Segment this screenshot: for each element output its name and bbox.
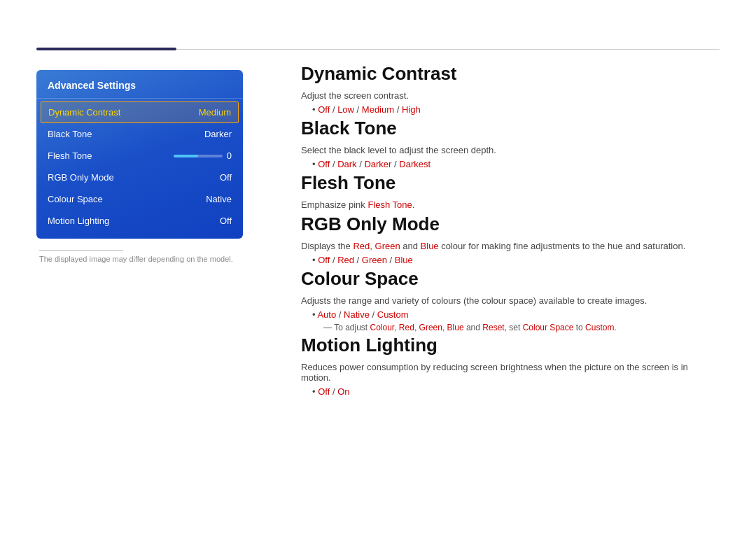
section-title-flesh-tone: Flesh Tone [301, 172, 720, 194]
section-title-rgb-only-mode: RGB Only Mode [301, 213, 720, 235]
panel-title: Advanced Settings [36, 80, 243, 99]
section-desc-black-tone: Select the black level to adjust the scr… [301, 145, 720, 155]
flesh-tone-highlight: Flesh Tone [368, 199, 412, 210]
colour-space-value: Native [206, 194, 232, 204]
option-off-dc: Off [318, 104, 330, 115]
option-off-ml: Off [318, 386, 330, 397]
bullet-dynamic-contrast: Off / Low / Medium / High [312, 104, 720, 115]
note-divider [39, 250, 123, 251]
motion-lighting-label: Motion Lighting [48, 216, 109, 226]
slider-fill [174, 155, 198, 157]
menu-item-flesh-tone[interactable]: Flesh Tone 0 [36, 145, 243, 167]
section-title-colour-space: Colour Space [301, 268, 720, 290]
section-motion-lighting: Motion Lighting Reduces power consumptio… [301, 335, 720, 397]
dynamic-contrast-label: Dynamic Contrast [48, 107, 120, 118]
section-black-tone: Black Tone Select the black level to adj… [301, 118, 720, 169]
bullet-black-tone: Off / Dark / Darker / Darkest [312, 159, 720, 169]
option-blue-rgb: Blue [395, 255, 413, 265]
section-rgb-only-mode: RGB Only Mode Displays the Red, Green an… [301, 213, 720, 265]
section-title-dynamic-contrast: Dynamic Contrast [301, 63, 720, 85]
left-panel: Advanced Settings Dynamic Contrast Mediu… [36, 70, 243, 263]
option-custom-cs: Custom [377, 309, 409, 320]
option-low-dc: Low [337, 104, 354, 115]
note-section: The displayed image may differ depending… [36, 250, 243, 263]
top-bar [36, 48, 720, 50]
section-desc-rgb-only-mode: Displays the Red, Green and Blue colour … [301, 241, 720, 251]
menu-item-dynamic-contrast[interactable]: Dynamic Contrast Medium [41, 101, 239, 123]
option-dark-bt: Dark [337, 159, 356, 169]
black-tone-label: Black Tone [48, 129, 92, 139]
section-flesh-tone: Flesh Tone Emphasize pink Flesh Tone. [301, 172, 720, 210]
dynamic-contrast-value: Medium [199, 107, 231, 118]
menu-item-colour-space[interactable]: Colour Space Native [36, 188, 243, 210]
top-bar-line [176, 49, 720, 50]
colour-space-label: Colour Space [48, 194, 103, 204]
bullet-colour-space: Auto / Native / Custom [312, 309, 720, 320]
option-off-rgb: Off [318, 255, 330, 265]
option-auto-cs: Auto [317, 309, 336, 320]
menu-item-motion-lighting[interactable]: Motion Lighting Off [36, 210, 243, 232]
section-desc-dynamic-contrast: Adjust the screen contrast. [301, 90, 720, 101]
flesh-tone-label: Flesh Tone [48, 150, 92, 161]
menu-item-rgb-only-mode[interactable]: RGB Only Mode Off [36, 167, 243, 188]
menu-item-black-tone[interactable]: Black Tone Darker [36, 123, 243, 145]
flesh-tone-value: 0 [227, 150, 232, 161]
rgb-only-mode-value: Off [220, 172, 232, 183]
right-content: Dynamic Contrast Adjust the screen contr… [301, 63, 720, 400]
settings-box: Advanced Settings Dynamic Contrast Mediu… [36, 70, 243, 239]
option-high-dc: High [402, 104, 421, 115]
option-on-ml: On [337, 386, 349, 397]
black-tone-value: Darker [204, 129, 232, 139]
section-title-black-tone: Black Tone [301, 118, 720, 139]
option-darker-bt: Darker [364, 159, 391, 169]
section-title-motion-lighting: Motion Lighting [301, 335, 720, 356]
option-native-cs: Native [344, 309, 370, 320]
option-off-bt: Off [318, 159, 330, 169]
sub-note-colour-space: To adjust Colour, Red, Green, Blue and R… [323, 323, 720, 332]
section-desc-motion-lighting: Reduces power consumption by reducing sc… [301, 362, 720, 383]
flesh-tone-slider[interactable] [174, 155, 223, 157]
top-bar-accent [36, 48, 176, 50]
option-red-rgb: Red [337, 255, 354, 265]
motion-lighting-value: Off [220, 216, 232, 226]
section-colour-space: Colour Space Adjusts the range and varie… [301, 268, 720, 332]
option-medium-dc: Medium [362, 104, 394, 115]
section-dynamic-contrast: Dynamic Contrast Adjust the screen contr… [301, 63, 720, 115]
rgb-only-mode-label: RGB Only Mode [48, 172, 114, 183]
option-darkest-bt: Darkest [399, 159, 430, 169]
section-desc-colour-space: Adjusts the range and variety of colours… [301, 295, 720, 306]
option-green-rgb: Green [362, 255, 387, 265]
flesh-tone-control: 0 [174, 150, 232, 161]
bullet-rgb-only-mode: Off / Red / Green / Blue [312, 255, 720, 265]
note-text: The displayed image may differ depending… [39, 255, 240, 263]
bullet-motion-lighting: Off / On [312, 386, 720, 397]
section-desc-flesh-tone: Emphasize pink Flesh Tone. [301, 199, 720, 210]
